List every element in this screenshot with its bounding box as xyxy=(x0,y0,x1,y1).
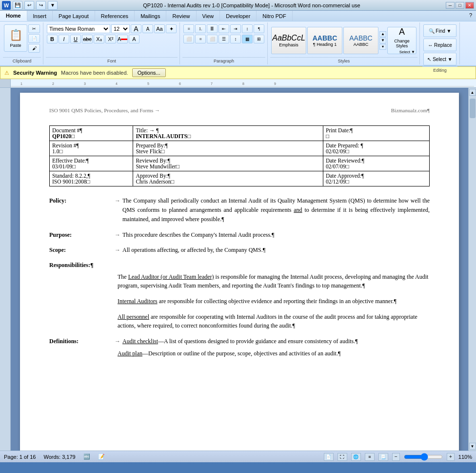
security-message: Macros have been disabled. xyxy=(61,70,128,76)
cut-button[interactable]: ✂ xyxy=(28,24,40,33)
doc-scroll-area[interactable]: ISO 9001 QMS Policies, Procedures, and F… xyxy=(11,88,468,451)
para-row-2: ⬜ ≡ ⬜ ☰ ↕ ▦ ⊞ xyxy=(183,35,264,43)
bullets-btn[interactable]: ≡ xyxy=(183,24,194,33)
clear-format-btn[interactable]: ✦ xyxy=(166,24,177,33)
zoom-slider[interactable] xyxy=(404,454,443,460)
paste-button[interactable]: 📋 Paste xyxy=(4,24,27,52)
scroll-up-btn[interactable]: ▲ xyxy=(469,89,476,96)
justify-btn[interactable]: ☰ xyxy=(218,35,229,43)
view-outline-btn[interactable]: ≡ xyxy=(365,453,375,461)
decrease-indent-btn[interactable]: ⇤ xyxy=(218,24,229,33)
tab-insert[interactable]: Insert xyxy=(27,11,53,21)
style-heading1[interactable]: AABBC ¶ Heading 1 xyxy=(307,27,342,54)
policy-underline: and xyxy=(294,206,302,213)
tab-references[interactable]: References xyxy=(95,11,135,21)
highlight-btn[interactable]: A xyxy=(129,35,139,43)
quick-save[interactable]: 💾 xyxy=(13,1,22,10)
style-heading2[interactable]: AABBC AABBC xyxy=(343,27,378,54)
quick-undo[interactable]: ↩ xyxy=(24,1,34,10)
tab-review[interactable]: Review xyxy=(166,11,196,21)
change-styles-dropdown[interactable]: Select ▼ xyxy=(388,50,416,54)
ribbon: Home Insert Page Layout References Maili… xyxy=(0,11,476,66)
align-center-btn[interactable]: ≡ xyxy=(195,35,206,43)
editing-content: 🔍 Find ▼ ↔ Replace ↖ Select ▼ xyxy=(422,23,457,66)
sort-btn[interactable]: ↕ xyxy=(242,24,253,33)
style-scroll-up[interactable]: ▲ xyxy=(379,31,386,37)
view-draft-btn[interactable]: 📃 xyxy=(378,453,388,461)
tab-nitro[interactable]: Nitro PDF xyxy=(257,11,292,21)
table-row: Revision #¶ 1.0□ Prepared By:¶ Steve Fli… xyxy=(50,141,430,156)
line-spacing-btn[interactable]: ↕ xyxy=(230,35,241,43)
view-fullscreen-btn[interactable]: ⛶ xyxy=(337,453,347,461)
table-cell: Document #¶ QP1020□ xyxy=(50,126,133,141)
select-btn[interactable]: ↖ Select ▼ xyxy=(423,53,456,65)
clipboard-label: Clipboard xyxy=(3,57,41,63)
font-name-select[interactable]: Times New Roman xyxy=(47,24,110,33)
language-indicator: 🔤 xyxy=(83,453,90,460)
tab-mailings[interactable]: Mailings xyxy=(135,11,166,21)
quick-redo[interactable]: ↪ xyxy=(36,1,46,10)
replace-btn[interactable]: ↔ Replace xyxy=(423,39,456,51)
definition-2: Audit plan—Description or outline of the… xyxy=(118,349,430,358)
font-size-select[interactable]: 12 xyxy=(111,24,130,33)
align-left-btn[interactable]: ⬜ xyxy=(183,35,194,43)
tab-view[interactable]: View xyxy=(197,11,220,21)
style-scroll: ▲ ▼ ▾ xyxy=(379,31,386,50)
italic-button[interactable]: I xyxy=(59,35,69,43)
increase-indent-btn[interactable]: ⇥ xyxy=(230,24,241,33)
svg-text:1: 1 xyxy=(20,82,22,85)
clipboard-small-btns: ✂ 📄 🖌 xyxy=(28,24,40,53)
view-web-btn[interactable]: 🌐 xyxy=(351,453,361,461)
shading-btn[interactable]: ▦ xyxy=(242,35,253,43)
multilevel-btn[interactable]: ≣ xyxy=(207,24,218,33)
find-btn[interactable]: 🔍 Find ▼ xyxy=(423,24,456,37)
doc-table: Document #¶ QP1020□ Title: → ¶ INTERNAL … xyxy=(49,125,430,186)
responsibilities-section: Responsibilities:¶ xyxy=(49,261,430,269)
tab-developer[interactable]: Developer xyxy=(220,11,257,21)
scroll-down-btn[interactable]: ▼ xyxy=(469,443,476,450)
copy-button[interactable]: 📄 xyxy=(28,34,40,43)
style-emphasis[interactable]: AaBbCcL Emphasis xyxy=(271,27,306,54)
subscript-btn[interactable]: X₂ xyxy=(94,35,104,43)
quick-customize[interactable]: ▼ xyxy=(48,1,58,10)
editing-group: 🔍 Find ▼ ↔ Replace ↖ Select ▼ Editing xyxy=(420,22,460,64)
view-print-btn[interactable]: 📄 xyxy=(324,453,334,461)
restore-btn[interactable]: □ xyxy=(456,2,464,9)
zoom-out-btn[interactable]: − xyxy=(392,453,400,461)
zoom-in-btn[interactable]: + xyxy=(447,453,455,461)
increase-font-btn[interactable]: A xyxy=(131,24,141,33)
align-right-btn[interactable]: ⬜ xyxy=(207,35,218,43)
table-cell: Prepared By:¶ Steve Flick□ xyxy=(133,141,323,156)
table-cell: Standard: 8.2.2,¶ ISO 9001:2008□ xyxy=(50,171,133,186)
format-painter-button[interactable]: 🖌 xyxy=(28,44,40,53)
minimize-btn[interactable]: ─ xyxy=(446,2,455,9)
bold-button[interactable]: B xyxy=(47,35,58,43)
close-btn[interactable]: ✕ xyxy=(465,2,474,9)
font-color-btn[interactable]: A xyxy=(117,35,128,43)
style-expand[interactable]: ▾ xyxy=(379,44,386,50)
font-row-1: Times New Roman 12 A A Aa ✦ xyxy=(47,24,177,33)
svg-text:8: 8 xyxy=(242,82,244,85)
nitro-help[interactable]: ? xyxy=(465,11,476,21)
ruler-area: 1 2 3 4 5 6 7 8 9 xyxy=(0,79,476,88)
decrease-font-btn[interactable]: A xyxy=(142,24,153,33)
tab-home[interactable]: Home xyxy=(0,11,27,21)
options-button[interactable]: Options... xyxy=(132,68,166,77)
doc-body: Policy: → The Company shall periodically… xyxy=(49,196,430,358)
strikethrough-btn[interactable]: abc xyxy=(82,35,93,43)
numbering-btn[interactable]: 1. xyxy=(195,24,206,33)
style-scroll-down[interactable]: ▼ xyxy=(379,38,386,43)
font-row-2: B I U abc X₂ X² A A xyxy=(47,35,139,43)
tab-page-layout[interactable]: Page Layout xyxy=(53,11,95,21)
underline-button[interactable]: U xyxy=(70,35,81,43)
superscript-btn[interactable]: X² xyxy=(105,35,116,43)
change-styles-btn[interactable]: A ChangeStyles Select ▼ xyxy=(387,27,416,54)
scroll-thumb[interactable] xyxy=(470,99,476,118)
change-case-btn[interactable]: Aa xyxy=(154,24,165,33)
responsibility-3: All personnel are responsible for cooper… xyxy=(118,312,430,330)
right-scrollbar[interactable]: ▲ ▼ xyxy=(468,88,476,451)
editing-label: Editing xyxy=(422,66,457,73)
show-formatting-btn[interactable]: ¶ xyxy=(254,24,264,33)
borders-btn[interactable]: ⊞ xyxy=(254,35,264,43)
security-icon: ⚠ xyxy=(4,70,9,76)
